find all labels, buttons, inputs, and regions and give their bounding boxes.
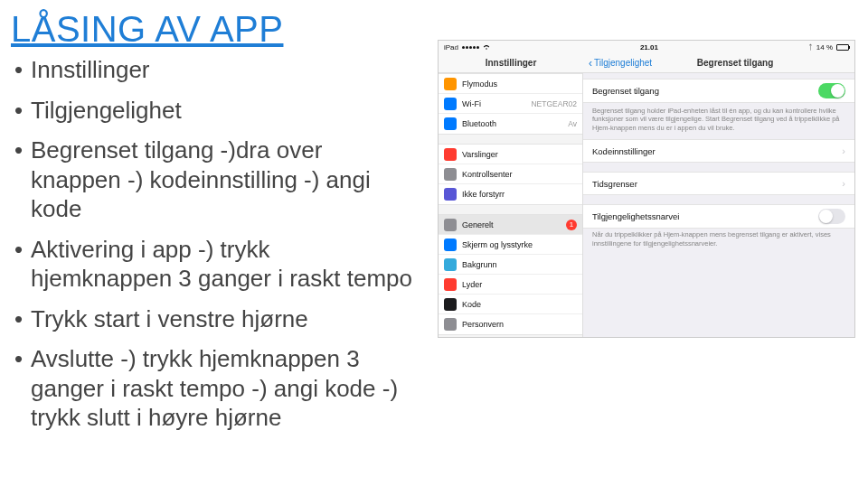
sidebar-item-value: Av (568, 119, 577, 128)
lock-icon (444, 298, 457, 311)
sidebar-item-dnd[interactable]: Ikke forstyrr (439, 184, 582, 204)
sidebar-item-control-center[interactable]: Kontrollsenter (439, 164, 582, 184)
sidebar-item-label: Lyder (462, 280, 577, 289)
sidebar-item-display[interactable]: Skjerm og lysstyrke (439, 235, 582, 255)
guided-access-toggle-row[interactable]: Begrenset tilgang (583, 80, 854, 102)
battery-icon (836, 44, 849, 51)
moon-icon (444, 188, 457, 201)
sidebar-item-general[interactable]: Generelt 1 (439, 215, 582, 235)
toggle-off-icon[interactable] (818, 209, 845, 224)
battery-percent: 14 % (816, 43, 833, 51)
bluetooth-icon (444, 117, 457, 130)
nav-bar: Innstillinger ‹ Tilgjengelighet Begrense… (439, 53, 854, 73)
bullet-item: Trykk start i venstre hjørne (11, 304, 416, 334)
sidebar-item-label: Ikke forstyrr (462, 190, 577, 199)
clock: 21.01 (640, 43, 658, 51)
carrier-label: iPad (444, 43, 458, 51)
time-limits-row[interactable]: Tidsgrenser › (583, 173, 854, 194)
update-badge: 1 (566, 220, 577, 230)
sidebar-item-notifications[interactable]: Varslinger (439, 145, 582, 164)
gear-icon (444, 219, 457, 231)
ipad-screenshot: iPad 21.01 ᛏ 14 % Innstillinger ‹ Tilgje… (438, 40, 855, 338)
sidebar-item-bluetooth[interactable]: Bluetooth Av (439, 114, 582, 134)
bullet-list: Innstillinger Tilgjengelighet Begrenset … (11, 55, 416, 433)
code-settings-row[interactable]: Kodeinnstillinger › (583, 140, 854, 162)
bullet-item: Tilgjengelighet (11, 96, 416, 126)
sidebar-item-value: NETGEAR02 (531, 99, 577, 108)
settings-sidebar: Flymodus Wi-Fi NETGEAR02 Bluetooth Av (439, 73, 583, 337)
detail-pane: Begrenset tilgang Begrenset tilgang hold… (583, 73, 854, 337)
signal-icon (462, 46, 479, 49)
wallpaper-icon (444, 258, 457, 271)
page-title: LÅSING AV APP (11, 9, 416, 50)
bullet-item: Aktivering i app -) trykk hjemknappen 3 … (11, 235, 416, 294)
sidebar-item-wifi[interactable]: Wi-Fi NETGEAR02 (439, 94, 582, 114)
sidebar-item-label: Kontrollsenter (462, 170, 577, 179)
guided-access-description: Begrenset tilgang holder iPad-enheten lå… (583, 103, 854, 139)
toggles-icon (444, 168, 457, 181)
shortcut-description: Når du trippelklikker på Hjem-knappen me… (583, 229, 854, 255)
hand-icon (444, 318, 457, 331)
row-label: Tidsgrenser (592, 179, 835, 189)
chevron-left-icon: ‹ (589, 57, 592, 70)
status-bar: iPad 21.01 ᛏ 14 % (439, 41, 854, 53)
sidebar-item-label: Personvern (462, 320, 577, 329)
nav-left-title: Innstillinger (439, 53, 583, 72)
row-label: Tilgjengelighetssnarvei (592, 211, 811, 221)
display-icon (444, 238, 457, 251)
back-label: Tilgjengelighet (594, 58, 652, 68)
sidebar-item-passcode[interactable]: Kode (439, 295, 582, 314)
speaker-icon (444, 278, 457, 291)
toggle-on-icon[interactable] (818, 83, 845, 98)
sidebar-item-wallpaper[interactable]: Bakgrunn (439, 255, 582, 275)
sidebar-item-flymodus[interactable]: Flymodus (439, 74, 582, 94)
bell-icon (444, 148, 457, 161)
chevron-right-icon: › (842, 178, 845, 189)
sidebar-item-label: Bluetooth (462, 119, 562, 128)
sidebar-item-label: Flymodus (462, 80, 577, 89)
sidebar-item-label: Kode (462, 300, 577, 309)
sidebar-item-sounds[interactable]: Lyder (439, 275, 582, 295)
sidebar-item-label: Wi-Fi (462, 99, 525, 108)
sidebar-item-label: Varslinger (462, 150, 577, 159)
row-label: Kodeinnstillinger (592, 146, 835, 156)
sidebar-item-label: Generelt (462, 220, 561, 229)
bullet-item: Avslutte -) trykk hjemknappen 3 ganger i… (11, 344, 416, 433)
bullet-item: Innstillinger (11, 55, 416, 85)
sidebar-item-label: Bakgrunn (462, 260, 577, 269)
wifi-icon (444, 98, 457, 110)
sidebar-item-privacy[interactable]: Personvern (439, 314, 582, 334)
chevron-right-icon: › (842, 145, 845, 156)
airplane-icon (444, 78, 457, 90)
wifi-icon (483, 43, 490, 51)
back-button[interactable]: ‹ Tilgjengelighet (583, 57, 652, 70)
sidebar-item-label: Skjerm og lysstyrke (462, 240, 577, 249)
bullet-item: Begrenset tilgang -)dra over knappen -) … (11, 136, 416, 224)
battery-text: ᛏ (808, 43, 813, 51)
accessibility-shortcut-row[interactable]: Tilgjengelighetssnarvei (583, 205, 854, 228)
nav-right-title: Begrenset tilgang (652, 58, 854, 68)
row-label: Begrenset tilgang (592, 86, 811, 96)
